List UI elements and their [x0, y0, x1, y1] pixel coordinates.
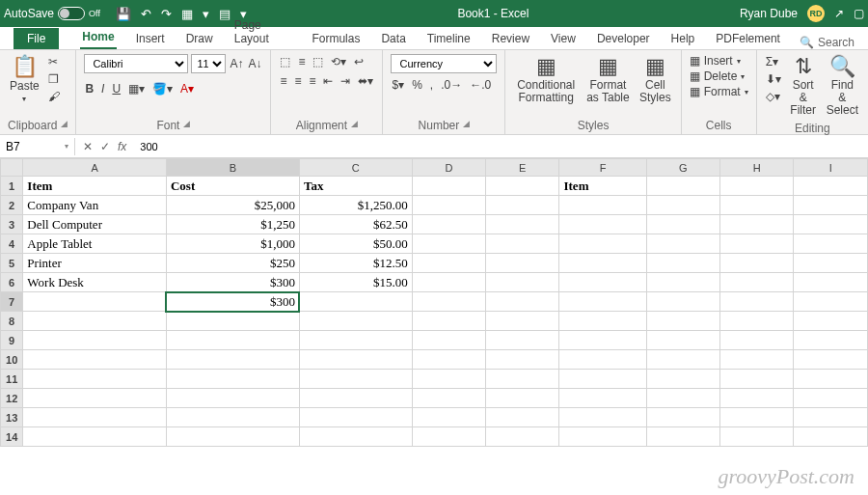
name-box[interactable]: B7▾ — [0, 138, 75, 155]
cell-G2[interactable] — [646, 196, 719, 215]
cell-D6[interactable] — [412, 273, 485, 292]
cell-B14[interactable] — [166, 427, 299, 447]
cell-I7[interactable] — [794, 292, 868, 312]
tab-formulas[interactable]: Formulas — [310, 28, 362, 49]
cell-E3[interactable] — [486, 215, 559, 234]
copy-icon[interactable]: ❐ — [47, 71, 61, 87]
cell-F9[interactable] — [559, 331, 646, 350]
cell-I11[interactable] — [794, 370, 868, 389]
worksheet-grid[interactable]: ABCDEFGHI1ItemCostTaxItem2Company Van$25… — [0, 158, 868, 495]
cell-C10[interactable] — [299, 350, 412, 370]
cell-D13[interactable] — [412, 408, 485, 427]
find-select-button[interactable]: 🔍Find & Select — [825, 54, 860, 120]
avatar[interactable]: RD — [807, 5, 825, 22]
orientation-icon[interactable]: ⟲▾ — [330, 54, 347, 69]
cell-H3[interactable] — [720, 215, 794, 234]
currency-icon[interactable]: $▾ — [391, 77, 405, 93]
tab-page-layout[interactable]: Page Layout — [232, 14, 293, 49]
cell-F1[interactable]: Item — [559, 177, 646, 196]
delete-cells-button[interactable]: ▦Delete▾ — [690, 69, 748, 83]
cell-H9[interactable] — [720, 331, 794, 350]
cell-B8[interactable] — [166, 312, 299, 331]
format-as-table-button[interactable]: ▦Format as Table — [584, 54, 632, 106]
cell-E1[interactable] — [486, 177, 559, 196]
cell-B4[interactable]: $1,000 — [166, 234, 299, 254]
fill-icon[interactable]: ⬇▾ — [765, 71, 782, 87]
align-top-icon[interactable]: ⬚ — [279, 54, 291, 69]
cell-G1[interactable] — [646, 177, 719, 196]
cell-A6[interactable]: Work Desk — [23, 273, 167, 292]
cell-C13[interactable] — [299, 408, 412, 427]
cell-I10[interactable] — [794, 350, 868, 370]
cell-G9[interactable] — [646, 331, 719, 350]
select-all-corner[interactable] — [1, 159, 23, 177]
cell-B13[interactable] — [166, 408, 299, 427]
cell-F8[interactable] — [559, 312, 646, 331]
cell-B9[interactable] — [166, 331, 299, 350]
cell-A7[interactable] — [23, 292, 167, 312]
inc-decimal-icon[interactable]: .0→ — [440, 77, 463, 93]
qat-icon[interactable]: ▦ — [181, 7, 193, 21]
cell-H10[interactable] — [720, 350, 794, 370]
cell-F13[interactable] — [559, 408, 646, 427]
cell-H14[interactable] — [720, 427, 794, 447]
paste-button[interactable]: 📋Paste▾ — [8, 54, 41, 105]
cell-B1[interactable]: Cost — [166, 177, 299, 196]
cell-H13[interactable] — [720, 408, 794, 427]
cell-D1[interactable] — [412, 177, 485, 196]
cell-A14[interactable] — [23, 427, 167, 447]
cell-B10[interactable] — [166, 350, 299, 370]
cell-D14[interactable] — [412, 427, 485, 447]
user-name[interactable]: Ryan Dube — [740, 7, 798, 20]
indent-inc-icon[interactable]: ⇥ — [339, 73, 351, 89]
merge-icon[interactable]: ⬌▾ — [357, 73, 374, 89]
cell-H7[interactable] — [720, 292, 794, 312]
cell-G6[interactable] — [646, 273, 719, 292]
grow-font-icon[interactable]: A↑ — [229, 56, 244, 71]
cell-A4[interactable]: Apple Tablet — [23, 234, 167, 254]
font-size-select[interactable]: 11 — [191, 54, 226, 73]
align-left-icon[interactable]: ≡ — [279, 73, 287, 89]
cell-F6[interactable] — [559, 273, 646, 292]
tab-file[interactable]: File — [14, 28, 59, 49]
dialog-launcher-icon[interactable]: ◢ — [351, 119, 358, 132]
align-center-icon[interactable]: ≡ — [293, 73, 302, 89]
cell-I12[interactable] — [794, 389, 868, 408]
cell-H6[interactable] — [720, 273, 794, 292]
save-icon[interactable]: 💾 — [116, 7, 131, 21]
bold-button[interactable]: B — [84, 81, 95, 96]
cell-F11[interactable] — [559, 370, 646, 389]
cancel-icon[interactable]: ✕ — [83, 140, 93, 153]
qat-icon[interactable]: ▾ — [203, 7, 209, 21]
row-header-7[interactable]: 7 — [1, 292, 23, 312]
cell-C6[interactable]: $15.00 — [299, 273, 412, 292]
cell-I3[interactable] — [794, 215, 868, 234]
cell-D10[interactable] — [412, 350, 485, 370]
cell-E5[interactable] — [486, 254, 559, 273]
cell-G8[interactable] — [646, 312, 719, 331]
cell-I1[interactable] — [794, 177, 868, 196]
cell-E13[interactable] — [486, 408, 559, 427]
cell-H2[interactable] — [720, 196, 794, 215]
cell-I9[interactable] — [794, 331, 868, 350]
cell-E14[interactable] — [486, 427, 559, 447]
cell-A12[interactable] — [23, 389, 167, 408]
undo-icon[interactable]: ↶ — [141, 7, 151, 21]
col-header-E[interactable]: E — [486, 159, 559, 177]
cell-G12[interactable] — [646, 389, 719, 408]
formula-bar[interactable] — [134, 139, 868, 154]
cell-C4[interactable]: $50.00 — [299, 234, 412, 254]
cell-A10[interactable] — [23, 350, 167, 370]
tab-review[interactable]: Review — [490, 28, 531, 49]
row-header-13[interactable]: 13 — [1, 408, 23, 427]
cell-G4[interactable] — [646, 234, 719, 254]
cell-D3[interactable] — [412, 215, 485, 234]
cell-F3[interactable] — [559, 215, 646, 234]
shrink-font-icon[interactable]: A↓ — [247, 56, 262, 71]
indent-dec-icon[interactable]: ⇤ — [322, 73, 334, 89]
row-header-14[interactable]: 14 — [1, 427, 23, 447]
row-header-4[interactable]: 4 — [1, 234, 23, 254]
cell-I2[interactable] — [794, 196, 868, 215]
cell-C11[interactable] — [299, 370, 412, 389]
tab-draw[interactable]: Draw — [184, 28, 215, 49]
